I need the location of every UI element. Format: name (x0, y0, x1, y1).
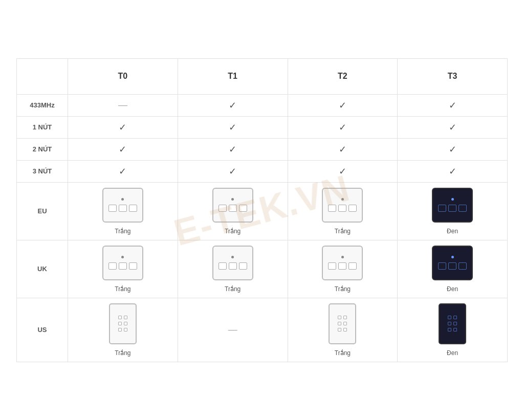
feature-label-0: 433MHz (17, 94, 68, 116)
feature-cell-3-2: ✓ (288, 160, 398, 182)
device-cell-2-2: Trắng (288, 298, 398, 362)
feature-label-3: 3 NÚT (17, 160, 68, 182)
feature-cell-3-0: ✓ (68, 160, 178, 182)
device-label-1-1: Trắng (225, 285, 241, 293)
feature-cell-2-2: ✓ (288, 138, 398, 160)
device-label-0-0: Trắng (115, 228, 130, 235)
feature-cell-2-1: ✓ (178, 138, 288, 160)
device-row-label-0: EU (17, 182, 68, 240)
device-cell-0-2: Trắng (288, 182, 398, 240)
feature-cell-0-0: — (68, 94, 178, 116)
feature-cell-0-2: ✓ (288, 94, 398, 116)
device-cell-1-2: Trắng (288, 240, 398, 298)
feature-cell-0-1: ✓ (178, 94, 288, 116)
feature-cell-3-1: ✓ (178, 160, 288, 182)
feature-label-2: 2 NÚT (17, 138, 68, 160)
device-cell-0-0: Trắng (68, 182, 178, 240)
header-empty (17, 58, 68, 94)
device-cell-0-3: Đen (398, 182, 508, 240)
feature-cell-1-3: ✓ (398, 116, 508, 138)
device-cell-0-1: Trắng (178, 182, 288, 240)
feature-cell-1-1: ✓ (178, 116, 288, 138)
device-label-0-1: Trắng (225, 228, 241, 235)
device-label-1-0: Trắng (115, 285, 130, 293)
header-t3: T3 (398, 58, 508, 94)
feature-cell-1-2: ✓ (288, 116, 398, 138)
device-row-label-2: US (17, 298, 68, 362)
feature-cell-2-3: ✓ (398, 138, 508, 160)
device-cell-2-0: Trắng (68, 298, 178, 362)
device-cell-2-3: Đen (398, 298, 508, 362)
device-label-us-2-2: Trắng (335, 349, 351, 357)
feature-cell-2-0: ✓ (68, 138, 178, 160)
device-label-us-2-0: Trắng (115, 349, 130, 357)
comparison-table: T0 T1 T2 T3 433MHz—✓✓✓1 NÚT✓✓✓✓2 NÚT✓✓✓✓… (16, 58, 508, 362)
header-t2: T2 (288, 58, 398, 94)
device-row-label-1: UK (17, 240, 68, 298)
feature-cell-0-3: ✓ (398, 94, 508, 116)
device-label-us-2-3: Đen (447, 349, 458, 357)
device-cell-1-3: Đen (398, 240, 508, 298)
header-t0: T0 (68, 58, 178, 94)
header-t1: T1 (178, 58, 288, 94)
feature-label-1: 1 NÚT (17, 116, 68, 138)
device-label-0-2: Trắng (335, 228, 351, 235)
feature-cell-3-3: ✓ (398, 160, 508, 182)
device-label-1-2: Trắng (335, 285, 351, 293)
device-cell-2-1: — (178, 298, 288, 362)
device-label-0-3: Đen (447, 228, 458, 235)
feature-cell-1-0: ✓ (68, 116, 178, 138)
device-cell-1-0: Trắng (68, 240, 178, 298)
device-label-1-3: Đen (447, 285, 458, 293)
device-cell-1-1: Trắng (178, 240, 288, 298)
